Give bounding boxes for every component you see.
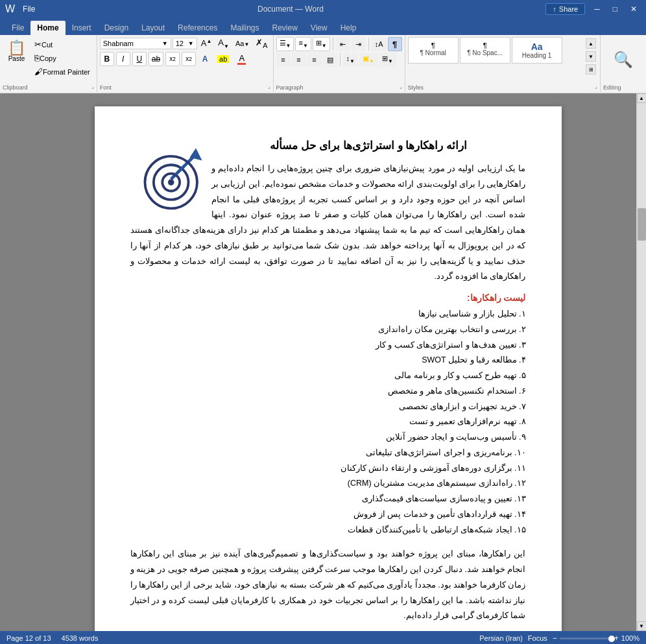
font-name-chevron: ▼ <box>162 40 168 47</box>
minimize-icon[interactable]: ─ <box>590 5 604 14</box>
highlight-color-button[interactable]: ab <box>214 52 232 66</box>
editing-label-row: Editing <box>603 82 643 91</box>
tab-help[interactable]: Help <box>334 21 363 35</box>
underline-button[interactable]: U <box>132 52 147 66</box>
font-expand[interactable]: ⌟ <box>268 84 270 89</box>
font-color-button[interactable]: A <box>234 52 249 66</box>
style-normal[interactable]: ¶ ¶ Normal <box>408 37 459 64</box>
align-center-button[interactable]: ≡ <box>292 53 306 67</box>
file-menu[interactable]: File <box>23 5 35 14</box>
para-divider3 <box>340 53 341 66</box>
justify-button[interactable]: ▤ <box>323 53 337 67</box>
subscript-button[interactable]: x2 <box>165 52 180 66</box>
align-left-button[interactable]: ≡ <box>276 53 291 67</box>
format-painter-icon: 🖌 <box>34 67 43 77</box>
style-heading1[interactable]: Aa Heading 1 <box>512 37 562 64</box>
show-formatting-button[interactable]: ¶ <box>388 37 402 51</box>
change-case-button[interactable]: Aa▼ <box>233 39 252 48</box>
share-button[interactable]: ↑ Share <box>545 3 585 15</box>
list-item-4: ۴. مطالعه رقبا و تحلیل SWOT <box>130 353 526 368</box>
scroll-thumb[interactable] <box>638 208 646 241</box>
title-bar: W File Document — Word ↑ Share ─ □ ✕ <box>0 0 646 18</box>
cut-button[interactable]: ✂ Cut <box>32 38 93 51</box>
clipboard-expand[interactable]: ⌟ <box>91 84 94 89</box>
zoom-out-button[interactable]: − <box>553 634 557 643</box>
tab-home[interactable]: Home <box>30 21 65 35</box>
paste-icon: 📋 <box>8 41 25 55</box>
list-item-9: ۹. تأسیس وب‌سایت و ایجاد حضور آنلاین <box>130 430 526 446</box>
font-label-row: Font ⌟ <box>100 82 270 91</box>
list-item-13: ۱۳. تعیین و پیاده‌سازی سیاست‌های قیمت‌گذ… <box>130 492 526 507</box>
sort-button[interactable]: ↕A <box>372 37 387 51</box>
shading-button[interactable]: ▣▼ <box>359 53 377 67</box>
editing-group: 🔍 Editing <box>601 35 646 92</box>
clipboard-group: 📋 Paste ✂ Cut ⎘ Copy 🖌 Format Painter <box>0 35 97 92</box>
borders-button[interactable]: ⊞▼ <box>379 53 396 67</box>
font-size-chevron: ▼ <box>188 40 194 47</box>
text-effects-button[interactable]: A <box>198 52 212 66</box>
font-decrease-button[interactable]: A▼ <box>215 37 232 50</box>
list-item-12: ۱۲. راه‌اندازی سیستم‌های مدیریت مشتریان … <box>130 476 526 492</box>
styles-scroll-up[interactable]: ▲ <box>586 38 596 49</box>
list-item-5: ۵. تهیه طرح کسب و کار و برنامه مالی <box>130 368 526 384</box>
search-button[interactable]: 🔍 <box>608 47 639 72</box>
page-wrapper: ارائه راهکارها و استراتژی‌ها برای حل مسأ… <box>19 93 636 631</box>
multilevel-list-button[interactable]: ⊞▼ <box>313 37 330 51</box>
tab-mailings[interactable]: Mailings <box>224 21 265 35</box>
font-size-selector[interactable]: 12 ▼ <box>173 38 197 49</box>
paragraph-label-row: Paragraph ⌟ <box>276 82 402 91</box>
line-spacing-button[interactable]: ↕▼ <box>343 53 358 67</box>
styles-expand[interactable]: ⌟ <box>595 84 597 89</box>
share-icon: ↑ <box>553 5 556 13</box>
status-bar-right: Persian (Iran) Focus − + 100% <box>479 634 640 643</box>
tab-references[interactable]: References <box>171 21 224 35</box>
font-increase-button[interactable]: A▲ <box>198 38 215 49</box>
list-item-7: ۷. خرید تجهیزات و ابزارهای تخصصی <box>130 400 526 415</box>
paragraph-expand[interactable]: ⌟ <box>400 84 402 89</box>
copy-button[interactable]: ⎘ Copy <box>32 52 93 64</box>
tab-file[interactable]: File <box>5 21 30 35</box>
close-icon[interactable]: ✕ <box>627 5 641 14</box>
copy-icon: ⎘ <box>34 53 40 63</box>
bold-button[interactable]: B <box>100 52 114 66</box>
format-painter-button[interactable]: 🖌 Format Painter <box>32 66 93 78</box>
vertical-scrollbar: ▲ ▼ <box>636 93 646 631</box>
decrease-indent-button[interactable]: ⇤ <box>336 37 350 51</box>
styles-more[interactable]: ⊞ <box>586 64 596 75</box>
tab-design[interactable]: Design <box>98 21 135 35</box>
status-bar-left: Page 12 of 13 4538 words <box>6 634 98 642</box>
paste-button[interactable]: 📋 Paste <box>4 38 29 65</box>
numbering-button[interactable]: ≡▼ <box>295 37 311 51</box>
styles-group: ¶ ¶ Normal ¶ ¶ No Spac... Aa Heading 1 ▲… <box>405 35 601 92</box>
title-filename: Document — Word <box>257 5 324 14</box>
tab-review[interactable]: Review <box>265 21 304 35</box>
bullets-button[interactable]: ☰▼ <box>276 37 294 51</box>
tab-view[interactable]: View <box>304 21 334 35</box>
app-icon: W <box>5 3 15 15</box>
zoom-thumb[interactable] <box>608 636 615 642</box>
font-name-selector[interactable]: Shabnam ▼ <box>100 38 171 49</box>
scroll-up-button[interactable]: ▲ <box>637 93 647 103</box>
focus-button[interactable]: Focus <box>528 634 547 642</box>
tab-layout[interactable]: Layout <box>135 21 171 35</box>
clipboard-small-buttons: ✂ Cut ⎘ Copy 🖌 Format Painter <box>32 38 93 78</box>
italic-button[interactable]: I <box>116 52 130 66</box>
list-item-14: ۱۴. تهیه قراردادهای تأمین و خدمات پس از … <box>130 507 526 523</box>
superscript-button[interactable]: x2 <box>182 52 196 66</box>
list-item-3: ۳. تعیین هدف‌ها و استراتژی‌های کسب و کار <box>130 338 526 353</box>
zoom-in-button[interactable]: + <box>614 634 619 643</box>
clear-formatting-button[interactable]: ✗A <box>253 37 270 50</box>
increase-indent-button[interactable]: ⇥ <box>352 37 366 51</box>
scroll-down-button[interactable]: ▼ <box>637 621 647 631</box>
align-right-button[interactable]: ≡ <box>307 53 322 67</box>
list-item-8: ۸. تهیه نرم‌افزارهای تعمیر و تست <box>130 414 526 430</box>
style-nospace[interactable]: ¶ ¶ No Spac... <box>460 37 510 64</box>
tab-insert[interactable]: Insert <box>66 21 98 35</box>
strikethrough-button[interactable]: ab <box>149 52 163 66</box>
doc-conclusion-paragraph: این راهکارها، مبنای این پروژه خواهند بود… <box>130 547 526 624</box>
status-bar: Page 12 of 13 4538 words Persian (Iran) … <box>0 631 646 644</box>
styles-scroll-down[interactable]: ▼ <box>586 51 596 62</box>
maximize-icon[interactable]: □ <box>609 5 621 14</box>
list-item-11: ۱۱. برگزاری دوره‌های آموزشی و ارتقاء دان… <box>130 461 526 477</box>
title-bar-left: W File <box>5 3 35 15</box>
